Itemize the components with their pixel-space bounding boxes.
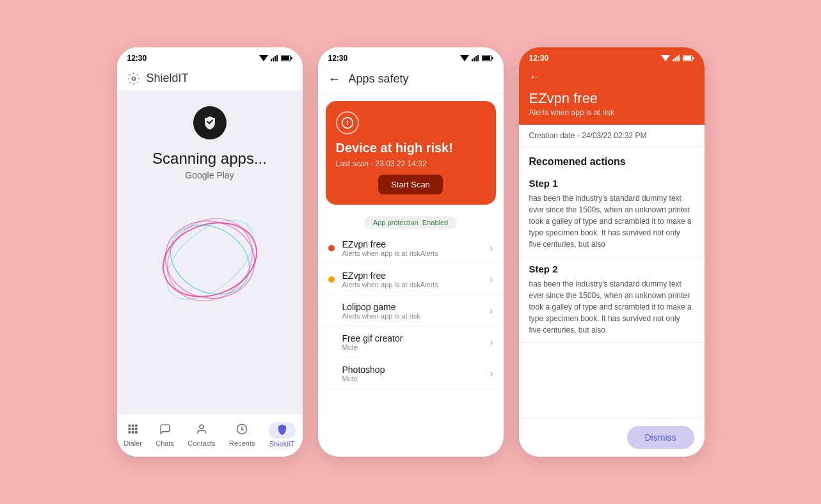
svg-point-23 (200, 425, 203, 429)
start-scan-button[interactable]: Start Scan (378, 175, 443, 194)
back-button-2[interactable]: ← (328, 72, 341, 86)
svg-rect-18 (132, 428, 133, 429)
app-name-2: Lolipop game (342, 302, 490, 312)
signal-icon-3 (673, 55, 680, 61)
app-info-4: Photoshop Mute (342, 365, 490, 382)
shield-scan-icon (201, 114, 219, 132)
step-1-block: Step 1 has been the industry's standard … (519, 171, 705, 257)
back-button-3[interactable]: ← (519, 67, 705, 88)
app-name-4: Photoshop (342, 365, 490, 375)
protection-pill: App protection Enabled (364, 216, 457, 229)
bottom-nav: Dialer Chats Contacts (117, 414, 303, 457)
svg-rect-43 (683, 56, 691, 60)
signal-icon-2 (472, 55, 479, 61)
creation-date: Creation date - 24/03/22 02:32 PM (519, 125, 705, 147)
phone3-header: 12:30 (519, 47, 705, 125)
rec-actions-title: Recomened actions (519, 147, 705, 171)
nav-chats[interactable]: Chats (150, 421, 179, 450)
svg-rect-42 (692, 57, 694, 59)
contacts-icon (196, 423, 207, 438)
chevron-0: › (490, 242, 493, 254)
app-name-0: EZvpn free (342, 239, 490, 249)
app-item-1[interactable]: EZvpn free Alerts when app is at riskAle… (318, 264, 504, 295)
shieldit-nav-icon (276, 423, 288, 435)
wifi-icon (259, 55, 268, 61)
chat-svg (159, 423, 171, 435)
app-desc-0: Alerts when app is at riskAlerts (342, 249, 490, 257)
phone-1: 12:30 (117, 47, 303, 457)
status-time-1: 12:30 (127, 54, 147, 63)
app-info-3: Free gif creator Mute (342, 333, 490, 351)
risk-title: Device at high risk! (336, 141, 486, 155)
scan-subtitle: Google Play (185, 170, 234, 180)
svg-rect-20 (129, 431, 130, 432)
apps-safety-title: Apps safety (349, 72, 409, 86)
app-name-3: Free gif creator (342, 333, 490, 343)
contacts-svg (196, 423, 207, 435)
app-protection-badge: App protection Enabled (318, 216, 504, 229)
phone-2: 12:30 ← Apps saf (318, 47, 504, 457)
dialer-label: Dialer (124, 439, 142, 447)
step-2-title: Step 2 (529, 264, 694, 274)
app-list: EZvpn free Alerts when app is at riskAle… (318, 233, 504, 457)
chats-label: Chats (155, 439, 174, 447)
status-time-2: 12:30 (328, 54, 348, 63)
app-item-0[interactable]: EZvpn free Alerts when app is at riskAle… (318, 233, 504, 264)
phone3-content: Creation date - 24/03/22 02:32 PM Recome… (519, 125, 705, 418)
step-1-text: has been the industry's standard dummy t… (529, 193, 694, 250)
orbit-graphic (146, 196, 274, 324)
svg-rect-14 (129, 425, 130, 426)
step-2-text: has been the industry's standard dummy t… (529, 278, 694, 336)
nav-dialer[interactable]: Dialer (118, 421, 147, 450)
wifi-icon-3 (661, 55, 670, 61)
status-bar-3: 12:30 (519, 47, 705, 67)
shieldit-label: ShieldIT (269, 440, 295, 448)
battery-icon (281, 55, 292, 61)
dismiss-button[interactable]: Dismiss (627, 426, 694, 449)
dialer-svg (127, 423, 139, 435)
app-item-3[interactable]: Free gif creator Mute › (318, 327, 504, 358)
app-title-1: ShieldIT (147, 72, 189, 85)
svg-rect-31 (491, 57, 493, 59)
signal-icon (271, 55, 278, 61)
svg-rect-4 (276, 55, 278, 61)
app-icon (193, 106, 227, 139)
svg-rect-38 (674, 58, 676, 61)
app-item-4[interactable]: Photoshop Mute › (318, 358, 504, 390)
svg-rect-19 (135, 428, 136, 429)
svg-point-8 (132, 77, 135, 80)
app-dot-1 (328, 276, 335, 283)
svg-rect-32 (482, 56, 490, 60)
app-desc-3: Mute (342, 343, 490, 351)
protection-label: App protection (373, 219, 418, 226)
chevron-2: › (490, 305, 493, 317)
nav-shieldit[interactable]: ShieldIT (264, 420, 301, 450)
app-dot-4 (328, 370, 335, 377)
nav-contacts[interactable]: Contacts (182, 421, 220, 450)
status-icons-2 (460, 55, 493, 61)
svg-rect-1 (271, 59, 272, 61)
svg-point-10 (159, 214, 260, 305)
risk-subtitle: Last scan - 23.03.22 14:32 (336, 159, 486, 168)
app-item-2[interactable]: Lolipop game Alerts when app is at risk … (318, 295, 504, 327)
svg-rect-16 (135, 425, 136, 426)
recents-label: Recents (229, 439, 255, 447)
app-desc-1: Alerts when app is at riskAlerts (342, 281, 490, 288)
shieldit-nav-bg (269, 422, 296, 439)
app-desc-4: Mute (342, 375, 490, 382)
svg-point-35 (347, 125, 348, 126)
phones-container: 12:30 (117, 47, 705, 457)
svg-point-9 (152, 210, 267, 310)
svg-rect-15 (132, 425, 133, 426)
svg-rect-26 (472, 59, 473, 61)
svg-rect-27 (474, 58, 475, 61)
dialer-icon (127, 423, 139, 438)
risk-banner: Device at high risk! Last scan - 23.03.2… (326, 101, 496, 205)
svg-rect-39 (676, 56, 678, 61)
step-1-title: Step 1 (529, 178, 694, 189)
svg-rect-22 (135, 431, 136, 432)
status-icons-1 (259, 55, 292, 61)
phone3-app-name: EZvpn free (519, 88, 705, 108)
nav-recents[interactable]: Recents (224, 421, 260, 450)
app-dot-0 (328, 245, 335, 251)
